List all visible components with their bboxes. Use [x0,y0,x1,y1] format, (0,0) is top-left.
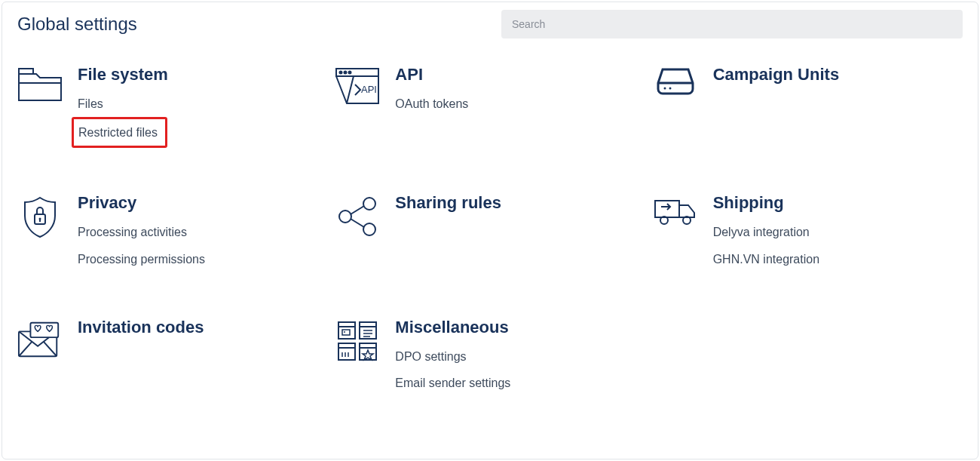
truck-icon [653,193,698,226]
settings-grid: File system Files Restricted files API [17,65,963,396]
link-delyva[interactable]: Delyva integration [713,219,819,245]
sharing-rules-title[interactable]: Sharing rules [395,193,501,213]
section-file-system: File system Files Restricted files [17,65,327,148]
file-system-title[interactable]: File system [78,65,168,85]
section-privacy: Privacy Processing activities Processing… [17,193,327,272]
api-icon: API [335,65,380,104]
folder-icon [17,65,63,101]
api-title[interactable]: API [395,65,468,85]
settings-card: Global settings File system Files Restri… [2,2,978,459]
link-dpo-settings[interactable]: DPO settings [395,343,510,370]
svg-rect-16 [30,322,58,337]
search-input[interactable] [501,10,963,38]
link-email-sender[interactable]: Email sender settings [395,370,510,396]
svg-point-2 [345,72,347,74]
page-title: Global settings [17,14,137,35]
section-api: API API OAuth tokens [335,65,645,148]
miscellaneous-title[interactable]: Miscellaneous [395,318,510,337]
svg-point-6 [669,88,671,90]
link-processing-activities[interactable]: Processing activities [78,219,205,245]
section-miscellaneous: Miscellaneous DPO settings Email sender … [335,318,645,396]
drive-icon [653,65,698,95]
shield-lock-icon [17,193,63,238]
svg-point-5 [663,88,666,90]
svg-point-9 [363,198,375,210]
envelope-icon [17,318,63,358]
svg-rect-17 [338,322,355,339]
link-files[interactable]: Files [78,91,168,117]
svg-point-11 [363,223,375,235]
campaign-units-title[interactable]: Campaign Units [713,65,839,85]
link-oauth-tokens[interactable]: OAuth tokens [395,91,468,117]
section-campaign-units: Campaign Units [653,65,963,148]
link-processing-permissions[interactable]: Processing permissions [78,246,205,272]
header: Global settings [17,10,963,38]
privacy-title[interactable]: Privacy [78,193,205,213]
shipping-title[interactable]: Shipping [713,193,819,213]
svg-rect-19 [338,343,355,360]
section-sharing-rules: Sharing rules [335,193,645,272]
link-ghn[interactable]: GHN.VN integration [713,246,819,272]
svg-point-1 [340,72,342,74]
svg-text:API: API [361,84,377,95]
section-shipping: Shipping Delyva integration GHN.VN integ… [653,193,963,272]
svg-point-22 [344,331,345,333]
section-invitation-codes: Invitation codes [17,318,327,396]
share-icon [335,193,380,237]
svg-point-10 [339,211,351,223]
link-restricted-files[interactable]: Restricted files [72,117,167,148]
invitation-codes-title[interactable]: Invitation codes [78,318,204,337]
grid-icon [335,318,380,361]
svg-rect-21 [342,330,350,335]
svg-point-3 [349,72,351,74]
